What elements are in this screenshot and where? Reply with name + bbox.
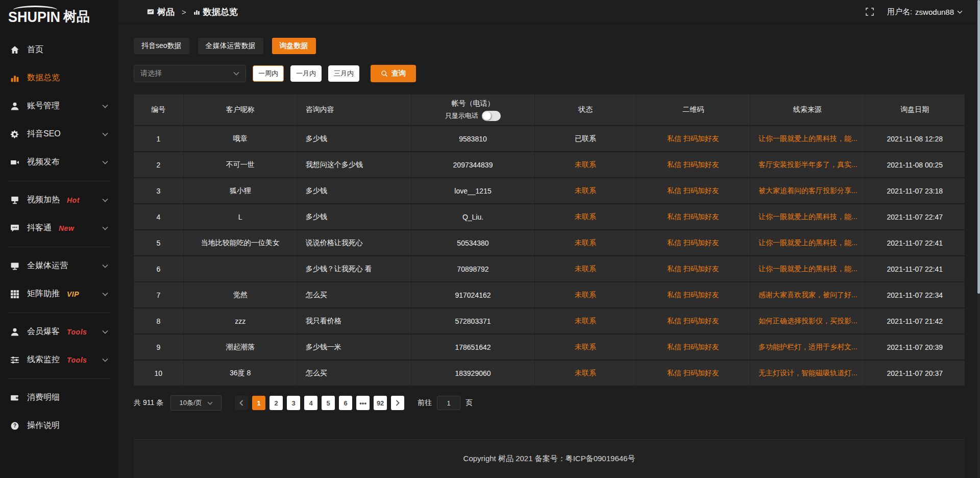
- sidebar-item-video-heat[interactable]: 视频加热 Hot: [0, 186, 118, 214]
- user-label: 用户名:: [887, 7, 912, 17]
- cell-no: 5: [134, 230, 184, 256]
- qr-links[interactable]: 私信 扫码加好友: [636, 334, 750, 361]
- status-cell: 未联系: [535, 204, 636, 230]
- next-page-button[interactable]: [391, 396, 404, 410]
- user-menu[interactable]: 用户名: zswodun88: [887, 7, 963, 17]
- cell-content: 多少钱: [298, 178, 411, 204]
- qr-links[interactable]: 私信 扫码加好友: [636, 204, 750, 230]
- cell-account: 9583810: [411, 126, 535, 152]
- sidebar-item-help[interactable]: ? 操作说明: [0, 412, 118, 440]
- cell-date: 2021-11-07 23:18: [865, 178, 965, 204]
- cell-nickname: 觉然: [184, 282, 298, 308]
- sidebar-item-member-burst[interactable]: 会员爆客 Tools: [0, 318, 118, 346]
- sidebar-item-omnimedia[interactable]: 全媒体运营: [0, 252, 118, 280]
- chevron-right-icon: [396, 400, 400, 406]
- cell-content: 我想问这个多少钱: [298, 152, 411, 178]
- phone-only-toggle[interactable]: [482, 111, 501, 121]
- sidebar-item-account-mgmt[interactable]: 账号管理: [0, 92, 118, 120]
- menu-divider: [8, 378, 110, 379]
- cell-no: 4: [134, 204, 184, 230]
- scrollbar[interactable]: [977, 0, 980, 478]
- cell-content: 怎么买: [298, 282, 411, 308]
- page-button-1[interactable]: 1: [252, 396, 265, 410]
- fullscreen-icon[interactable]: [866, 8, 874, 16]
- cell-no: 8: [134, 308, 184, 334]
- inquiry-table-wrap: 编号 客户呢称 咨询内容 帐号（电话） 只显示电话: [134, 94, 965, 387]
- tab-omnimedia-data[interactable]: 全媒体运营数据: [198, 38, 263, 54]
- source-link[interactable]: 感谢大家喜欢我家，被问了好...: [750, 282, 865, 308]
- qr-links[interactable]: 私信 扫码加好友: [636, 361, 750, 387]
- sidebar-item-consumption-detail[interactable]: 消费明细: [0, 384, 118, 412]
- bar-chart-icon: [10, 74, 19, 83]
- page-button-92[interactable]: 92: [374, 396, 387, 410]
- source-link[interactable]: 让你一眼就爱上的黑科技，能...: [750, 256, 865, 282]
- col-no: 编号: [134, 94, 184, 126]
- tab-inquiry-data[interactable]: 询盘数据: [272, 38, 316, 54]
- col-account: 帐号（电话） 只显示电话: [411, 94, 535, 126]
- sidebar-item-label: 抖客通: [27, 223, 52, 233]
- qr-links[interactable]: 私信 扫码加好友: [636, 308, 750, 334]
- sidebar-item-doukotong[interactable]: 抖客通 New: [0, 214, 118, 242]
- goto-page-input[interactable]: 1: [437, 396, 460, 410]
- breadcrumb-separator: >: [182, 8, 186, 16]
- sidebar-item-label: 首页: [27, 44, 43, 55]
- app-logo[interactable]: SHUPIN 树品: [0, 0, 118, 30]
- source-link[interactable]: 让你一眼就爱上的黑科技，能...: [750, 230, 865, 256]
- wallet-icon: [10, 393, 19, 402]
- source-link[interactable]: 被大家追着问的客厅投影分享...: [750, 178, 865, 204]
- account-select[interactable]: 请选择: [134, 65, 246, 82]
- filter-week-button[interactable]: 一周内: [253, 65, 284, 82]
- cell-nickname: 不可一世: [184, 152, 298, 178]
- cell-date: 2021-11-07 22:34: [865, 282, 965, 308]
- scrollbar-thumb[interactable]: [977, 0, 980, 294]
- search-button-label: 查询: [391, 69, 406, 78]
- source-link[interactable]: 如何正确选择投影仪，买投影...: [750, 308, 865, 334]
- cell-account: love__1215: [411, 178, 535, 204]
- filter-month-button[interactable]: 一月内: [290, 65, 322, 82]
- cell-nickname: 当地比较能吃的一位美女: [184, 230, 298, 256]
- sidebar-item-data-overview[interactable]: 数据总览: [0, 64, 118, 92]
- prev-page-button[interactable]: [235, 396, 248, 410]
- qr-links[interactable]: 私信 扫码加好友: [636, 126, 750, 152]
- source-link[interactable]: 让你一眼就爱上的黑科技，能...: [750, 126, 865, 152]
- source-link[interactable]: 多功能护栏灯，适用于乡村文...: [750, 334, 865, 361]
- sidebar-item-douyin-seo[interactable]: 抖音SEO: [0, 120, 118, 148]
- sidebar-item-label: 操作说明: [27, 420, 60, 431]
- sidebar-item-video-publish[interactable]: 视频发布: [0, 148, 118, 176]
- cell-account: 917024162: [411, 282, 535, 308]
- chevron-down-icon: [102, 104, 108, 108]
- filter-three-months-button[interactable]: 三月内: [328, 65, 359, 82]
- source-link[interactable]: 无主灯设计，智能磁吸轨道灯...: [750, 361, 865, 387]
- chevron-down-icon: [957, 10, 963, 14]
- page-button-3[interactable]: 3: [287, 396, 300, 410]
- cell-no: 10: [134, 361, 184, 387]
- page-button-4[interactable]: 4: [304, 396, 317, 410]
- page-button-5[interactable]: 5: [322, 396, 335, 410]
- phone-toggle-label: 只显示电话: [445, 111, 478, 121]
- qr-links[interactable]: 私信 扫码加好友: [636, 178, 750, 204]
- source-link[interactable]: 让你一眼就爱上的黑科技，能...: [750, 204, 865, 230]
- cell-content: 怎么买: [298, 361, 411, 387]
- qr-links[interactable]: 私信 扫码加好友: [636, 256, 750, 282]
- qr-links[interactable]: 私信 扫码加好友: [636, 282, 750, 308]
- qr-links[interactable]: 私信 扫码加好友: [636, 230, 750, 256]
- page-button-2[interactable]: 2: [270, 396, 283, 410]
- page-size-select[interactable]: 10条/页: [170, 395, 222, 411]
- main-area: 树品 > 数据总览 用户名: zswodun88 抖音seo数据 全媒体运营数据…: [118, 0, 980, 478]
- cell-nickname: zzz: [184, 308, 298, 334]
- breadcrumb-current[interactable]: 数据总览: [203, 6, 238, 18]
- search-button[interactable]: 查询: [371, 65, 416, 82]
- cell-no: 1: [134, 126, 184, 152]
- menu-divider: [8, 313, 110, 313]
- col-inquiry-date: 询盘日期: [865, 94, 965, 126]
- page-more-button[interactable]: •••: [356, 396, 370, 410]
- sidebar-item-lead-monitor[interactable]: 线索监控 Tools: [0, 346, 118, 374]
- content: 抖音seo数据 全媒体运营数据 询盘数据 请选择 一周内 一月内 三月内 查询: [118, 24, 980, 478]
- qr-links[interactable]: 私信 扫码加好友: [636, 152, 750, 178]
- tab-douyin-seo-data[interactable]: 抖音seo数据: [134, 38, 189, 54]
- breadcrumb-root[interactable]: 树品: [157, 6, 175, 18]
- page-button-6[interactable]: 6: [339, 396, 352, 410]
- sidebar-item-matrix-boost[interactable]: 矩阵助推 VIP: [0, 280, 118, 308]
- source-link[interactable]: 客厅安装投影半年多了，真实...: [750, 152, 865, 178]
- sidebar-item-home[interactable]: 首页: [0, 36, 118, 64]
